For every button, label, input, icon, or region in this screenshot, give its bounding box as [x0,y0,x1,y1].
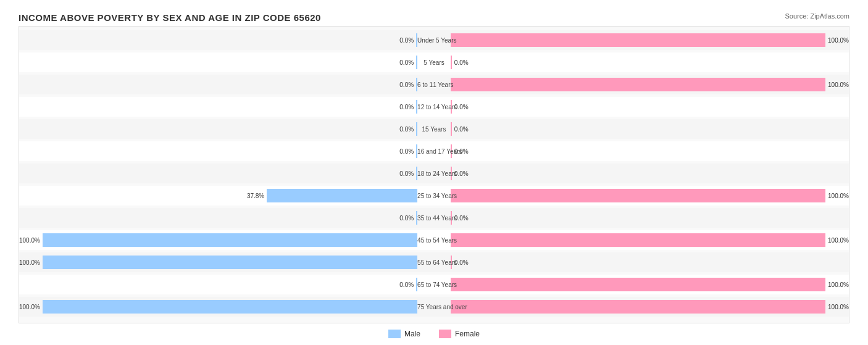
male-value-label: 0.0% [399,126,414,133]
age-label: 25 to 34 Years [417,193,451,199]
legend-male-label: Male [404,330,420,338]
female-swatch [439,330,451,338]
left-section: 37.8% [19,187,417,204]
male-value-label: 0.0% [399,104,414,110]
right-section: 0.0% [451,254,849,271]
chart-row: 0.0% Under 5 Years 100.0% [19,30,849,50]
female-value-label: 0.0% [454,59,469,66]
male-value-label: 100.0% [19,259,40,266]
female-bar-container: 100.0% [451,278,849,291]
right-section: 100.0% [451,231,849,249]
male-bar-container: 0.0% [19,211,417,225]
left-section: 100.0% [19,298,417,315]
male-bar-container: 0.0% [19,144,417,158]
left-section: 0.0% [19,276,417,293]
chart-row: 0.0% 6 to 11 Years 100.0% [19,75,849,94]
female-value-label: 100.0% [828,304,849,310]
male-bar-container: 0.0% [19,122,417,136]
male-value-label: 37.8% [247,193,264,199]
female-value-label: 0.0% [454,126,469,133]
female-bar-container: 100.0% [451,233,849,247]
male-value-label: 0.0% [399,81,414,88]
female-bar [451,300,825,314]
female-bar [451,122,452,136]
chart-container: 0.0% Under 5 Years 100.0% 0.0% [19,26,849,323]
male-swatch [388,330,401,338]
female-bar [451,78,825,91]
female-bar-container: 0.0% [451,256,849,269]
age-label: Under 5 Years [417,37,451,44]
female-bar-container: 0.0% [451,56,849,69]
female-value-label: 100.0% [828,37,849,44]
female-bar-container: 100.0% [451,78,849,91]
age-label: 16 and 17 Years [417,148,451,155]
female-bar [451,189,825,202]
female-bar-container: 0.0% [451,144,849,158]
right-section: 0.0% [451,54,849,71]
right-section: 0.0% [451,209,849,227]
female-value-label: 100.0% [828,193,849,199]
male-bar-container: 100.0% [19,256,417,269]
left-section: 100.0% [19,254,417,271]
chart-title: INCOME ABOVE POVERTY BY SEX AND AGE IN Z… [19,12,321,23]
female-bar [451,56,452,69]
chart-row: 0.0% 15 Years 0.0% [19,119,849,139]
female-bar [451,278,825,291]
male-bar-container: 0.0% [19,100,417,114]
male-bar-container: 0.0% [19,167,417,180]
female-bar-container: 0.0% [451,211,849,225]
age-label: 45 to 54 Years [417,237,451,244]
male-value-label: 0.0% [399,37,414,44]
source-text: Source: ZipAtlas.com [785,12,849,20]
female-bar-container: 100.0% [451,33,849,47]
left-section: 0.0% [19,76,417,93]
chart-area: 0.0% Under 5 Years 100.0% 0.0% [19,26,849,323]
age-label: 6 to 11 Years [417,81,451,88]
left-section: 100.0% [19,231,417,249]
legend-female-label: Female [455,330,480,338]
chart-row: 0.0% 35 to 44 Years 0.0% [19,208,849,228]
male-bar-container: 0.0% [19,278,417,291]
chart-row: 0.0% 12 to 14 Years 0.0% [19,97,849,117]
legend-female: Female [439,330,480,338]
chart-row: 37.8% 25 to 34 Years 100.0% [19,186,849,206]
age-label: 15 Years [417,126,451,133]
female-value-label: 100.0% [828,81,849,88]
left-section: 0.0% [19,209,417,227]
chart-row: 100.0% 75 Years and over 100.0% [19,297,849,317]
age-label: 75 Years and over [417,304,451,310]
male-bar-container: 100.0% [19,300,417,314]
female-bar-container: 0.0% [451,122,849,136]
male-value-label: 100.0% [19,237,40,244]
chart-row: 0.0% 65 to 74 Years 100.0% [19,275,849,294]
chart-row: 0.0% 16 and 17 Years 0.0% [19,141,849,161]
male-bar-container: 0.0% [19,56,417,69]
male-bar [43,256,417,269]
left-section: 0.0% [19,165,417,182]
male-bar-container: 37.8% [19,189,417,202]
age-label: 65 to 74 Years [417,281,451,288]
male-bar-container: 0.0% [19,78,417,91]
age-label: 12 to 14 Years [417,104,451,110]
male-value-label: 0.0% [399,59,414,66]
male-value-label: 0.0% [399,148,414,155]
left-section: 0.0% [19,120,417,138]
age-label: 18 to 24 Years [417,170,451,177]
male-value-label: 100.0% [19,304,40,310]
legend: Male Female [19,330,849,338]
legend-male: Male [388,330,420,338]
male-bar-container: 0.0% [19,33,417,47]
chart-row: 100.0% 55 to 64 Years 0.0% [19,252,849,272]
female-value-label: 100.0% [828,237,849,244]
right-section: 100.0% [451,298,849,315]
chart-row: 100.0% 45 to 54 Years 100.0% [19,230,849,250]
male-value-label: 0.0% [399,281,414,288]
left-section: 0.0% [19,31,417,49]
left-section: 0.0% [19,54,417,71]
age-label: 35 to 44 Years [417,215,451,222]
female-bar [451,33,825,47]
female-bar [451,233,825,247]
female-bar-container: 0.0% [451,100,849,114]
chart-row: 0.0% 18 to 24 Years 0.0% [19,164,849,183]
male-bar [43,233,417,247]
